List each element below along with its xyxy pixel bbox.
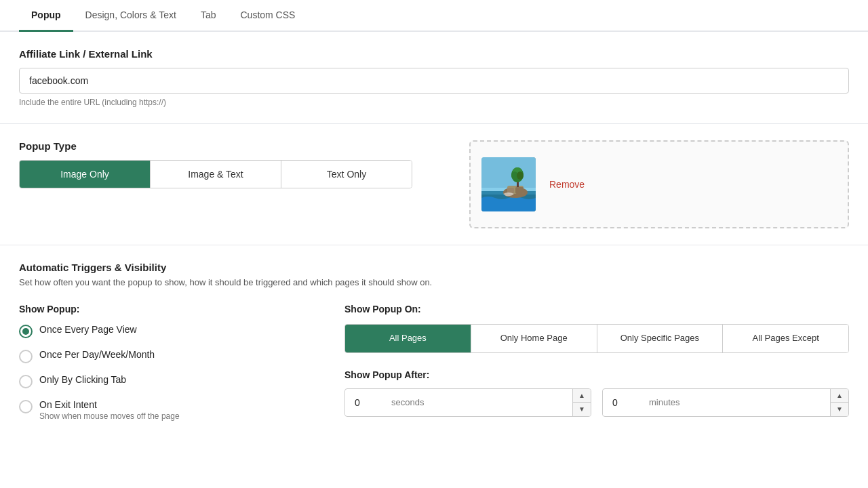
page-btn-only-specific[interactable]: Only Specific Pages [597, 325, 724, 352]
seconds-spinners: ▲ ▼ [572, 389, 591, 416]
popup-type-section: Popup Type Image Only Image & Text Text … [0, 124, 868, 245]
seconds-up-button[interactable]: ▲ [573, 389, 591, 403]
show-popup-on-label: Show Popup On: [344, 304, 849, 314]
page-buttons-group: All Pages Only Home Page Only Specific P… [344, 324, 849, 353]
main-container: Popup Design, Colors & Text Tab Custom C… [0, 0, 868, 488]
radio-circle-once-per-day[interactable] [19, 350, 33, 363]
triggers-section: Automatic Triggers & Visibility Set how … [0, 245, 868, 437]
minutes-up-button[interactable]: ▲ [831, 389, 848, 403]
show-popup-on-col: Show Popup On: All Pages Only Home Page … [344, 304, 849, 421]
minutes-unit: minutes [644, 390, 830, 414]
type-btn-image-only[interactable]: Image Only [20, 161, 151, 188]
radio-group: Once Every Page View Once Per Day/Week/M… [19, 324, 304, 421]
svg-rect-1 [481, 157, 536, 188]
minutes-input[interactable] [603, 390, 644, 415]
show-popup-after-label: Show Popup After: [344, 369, 849, 380]
tabs-bar: Popup Design, Colors & Text Tab Custom C… [0, 0, 868, 32]
radio-label-once-per-day: Once Per Day/Week/Month [39, 349, 155, 360]
seconds-input[interactable] [345, 390, 386, 415]
affiliate-url-input[interactable] [19, 68, 849, 94]
remove-image-link[interactable]: Remove [549, 179, 585, 190]
radio-circle-clicking-tab[interactable] [19, 375, 33, 388]
triggers-title: Automatic Triggers & Visibility [19, 262, 849, 273]
radio-once-every-page[interactable]: Once Every Page View [19, 324, 304, 338]
seconds-input-group: seconds ▲ ▼ [344, 388, 591, 417]
minutes-down-button[interactable]: ▼ [831, 403, 848, 416]
radio-circle-exit-intent[interactable] [19, 400, 33, 413]
page-btn-all-except[interactable]: All Pages Except [723, 325, 848, 352]
show-popup-col: Show Popup: Once Every Page View Once Pe… [19, 304, 304, 421]
tab-popup[interactable]: Popup [19, 0, 73, 32]
radio-exit-intent[interactable]: On Exit Intent Show when mouse moves off… [19, 399, 304, 421]
image-upload-area[interactable]: Remove [469, 140, 849, 228]
page-btn-all-pages[interactable]: All Pages [345, 325, 471, 352]
radio-clicking-tab[interactable]: Only By Clicking Tab [19, 374, 304, 388]
radio-label-exit-intent: On Exit Intent [39, 399, 180, 410]
triggers-body: Show Popup: Once Every Page View Once Pe… [19, 304, 849, 421]
page-btn-only-home[interactable]: Only Home Page [471, 325, 597, 352]
tab-design[interactable]: Design, Colors & Text [73, 0, 189, 32]
popup-type-left: Popup Type Image Only Image & Text Text … [19, 140, 448, 188]
affiliate-hint: Include the entire URL (including https:… [19, 98, 849, 107]
type-buttons-group: Image Only Image & Text Text Only [19, 160, 412, 188]
minutes-spinners: ▲ ▼ [830, 389, 848, 416]
show-popup-col-label: Show Popup: [19, 304, 304, 314]
affiliate-label: Affiliate Link / External Link [19, 48, 849, 60]
seconds-down-button[interactable]: ▼ [573, 403, 591, 416]
popup-type-label: Popup Type [19, 140, 448, 152]
radio-once-per-day[interactable]: Once Per Day/Week/Month [19, 349, 304, 363]
radio-circle-once-every-page[interactable] [19, 325, 33, 338]
time-inputs: seconds ▲ ▼ minutes ▲ ▼ [344, 388, 849, 417]
svg-rect-7 [515, 187, 524, 194]
type-btn-image-text[interactable]: Image & Text [151, 161, 281, 188]
type-btn-text-only[interactable]: Text Only [281, 161, 412, 188]
svg-point-12 [517, 171, 524, 180]
affiliate-section: Affiliate Link / External Link Include t… [0, 32, 868, 124]
tab-tab[interactable]: Tab [189, 0, 229, 32]
preview-image [481, 157, 536, 211]
radio-label-once-every-page: Once Every Page View [39, 324, 137, 335]
triggers-subtitle: Set how often you want the popup to show… [19, 277, 849, 287]
radio-label-clicking-tab: Only By Clicking Tab [39, 374, 126, 385]
radio-subtext-exit-intent: Show when mouse moves off the page [39, 411, 180, 421]
tab-custom-css[interactable]: Custom CSS [228, 0, 307, 32]
minutes-input-group: minutes ▲ ▼ [602, 388, 849, 417]
seconds-unit: seconds [386, 390, 572, 414]
